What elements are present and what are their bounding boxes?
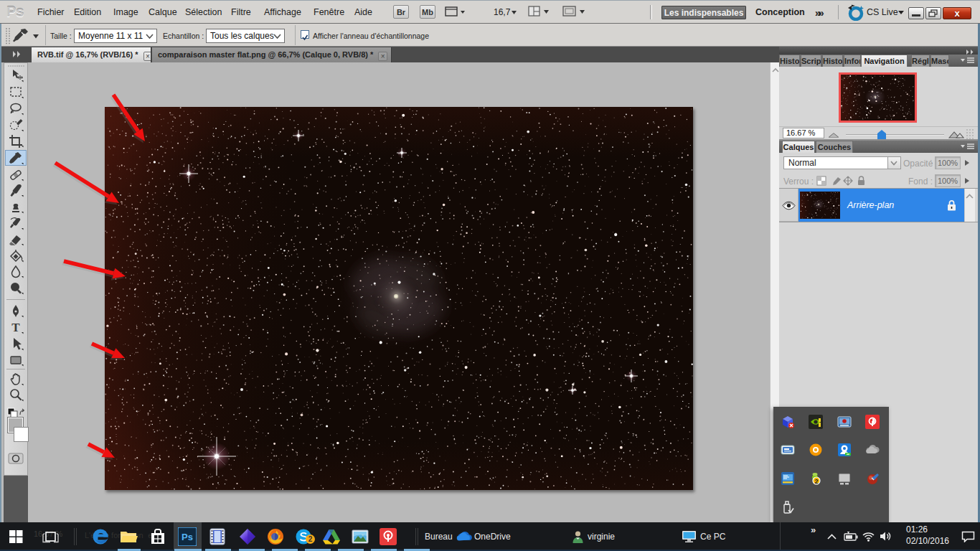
svg-text:2: 2 xyxy=(814,478,818,485)
svg-text:T: T xyxy=(11,321,20,334)
svg-text:Ps: Ps xyxy=(182,532,193,542)
